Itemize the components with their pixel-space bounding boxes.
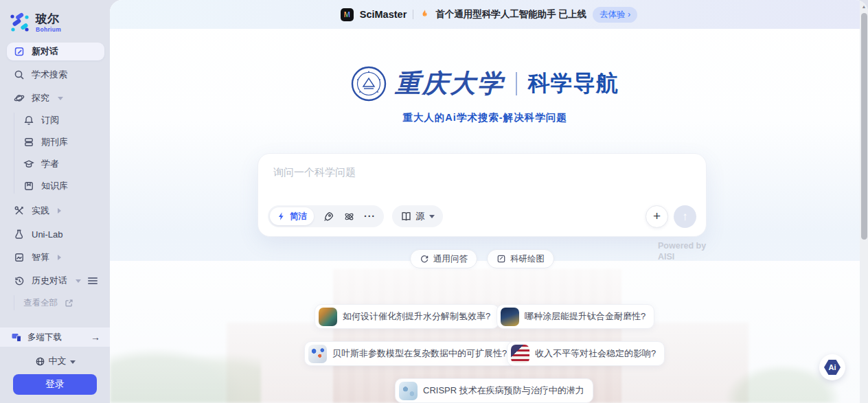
sidebar-item-label: 探究	[32, 92, 49, 104]
chevron-right-icon	[58, 208, 61, 214]
graduation-cap-icon	[23, 159, 34, 170]
bell-icon	[23, 115, 34, 126]
sidebar-item-subscribe[interactable]: 订阅	[16, 113, 104, 128]
hero-divider	[516, 72, 517, 95]
tools-icon	[14, 205, 25, 216]
search-toolbar: 简洁 ··· 源 + ↑	[268, 205, 696, 228]
banner-message: 首个通用型科学人工智能助手 已上线	[435, 8, 586, 21]
toolbar-right: + ↑	[646, 205, 696, 228]
language-label: 中文	[49, 355, 67, 367]
devices-icon	[11, 332, 22, 343]
mode-group: 简洁 ···	[268, 205, 384, 227]
question-input[interactable]	[266, 159, 698, 199]
general-qa-button[interactable]: 通用问答	[410, 249, 477, 268]
suggestion-chip[interactable]: 如何设计催化剂提升水分解制氢效率?	[315, 304, 499, 329]
sidebar-item-knowledge-base[interactable]: 知识库	[16, 179, 104, 194]
scroll-up-icon[interactable]: ▲	[861, 4, 867, 9]
try-now-button[interactable]: 去体验 ›	[593, 7, 637, 23]
refresh-icon	[420, 254, 429, 264]
sidebar-item-smart-compute[interactable]: 智算	[7, 249, 104, 266]
sidebar-item-journals[interactable]: 期刊库	[16, 135, 104, 150]
sidebar-item-new-chat[interactable]: 新对话	[7, 43, 104, 60]
suggestion-label: 如何设计催化剂提升水分解制氢效率?	[343, 310, 490, 323]
app-root: 玻尔 Bohrium 新对话 学术搜索 探究 订阅	[0, 0, 868, 403]
brand-name: 玻尔	[36, 13, 61, 25]
banner-divider	[413, 10, 413, 19]
arrow-right-icon: →	[91, 332, 100, 343]
bookmark-box-icon	[23, 181, 34, 192]
collapse-history-icon[interactable]	[88, 277, 98, 284]
scimaster-brand: SciMaster	[360, 9, 407, 20]
attach-button[interactable]: +	[646, 205, 668, 228]
scrollbar-thumb[interactable]	[861, 13, 867, 240]
suggestion-label: 哪种涂层能提升钛合金耐磨性?	[525, 310, 646, 323]
ai-hexagon-icon: Ai	[824, 360, 841, 375]
sidebar-item-label: 知识库	[41, 180, 68, 192]
sidebar-item-explore[interactable]: 探究	[7, 89, 104, 107]
suggestion-label: 收入不平等对社会稳定的影响?	[535, 347, 656, 360]
send-button[interactable]: ↑	[674, 205, 696, 228]
sci-drawing-button[interactable]: 科研绘图	[487, 249, 554, 268]
scimaster-logo-icon: M	[341, 8, 354, 21]
view-all-link[interactable]: 查看全部	[16, 295, 104, 310]
sidebar-item-label: 订阅	[41, 114, 59, 126]
login-button[interactable]: 登录	[13, 374, 97, 395]
history-subgroup: 查看全部	[14, 295, 110, 310]
suggestion-label: 贝叶斯非参数模型在复杂数据中的可扩展性?	[332, 347, 507, 360]
sidebar-item-unilab[interactable]: Uni-Lab	[7, 225, 104, 243]
general-qa-label: 通用问答	[433, 253, 468, 265]
suggestion-chip[interactable]: 收入不平等对社会稳定的影响?	[507, 341, 665, 366]
chevron-down-icon	[76, 279, 81, 283]
flame-icon	[420, 9, 429, 20]
sidebar-item-label: 历史对话	[32, 275, 67, 287]
catalysis-thumbnail-icon	[319, 308, 337, 326]
source-label: 源	[415, 210, 424, 222]
sidebar-item-history[interactable]: 历史对话	[7, 272, 104, 290]
rocket-icon[interactable]	[323, 211, 334, 222]
hero-section: 重庆大学 科学导航 重大人的Ai学术搜索-解决科学问题	[110, 66, 860, 124]
scrollbar[interactable]: ▲	[860, 0, 868, 403]
brand-text: 玻尔 Bohrium	[36, 13, 61, 33]
concise-mode-button[interactable]: 简洁	[270, 207, 314, 225]
powered-by: Powered by AISI	[658, 241, 706, 262]
bohrium-logo-icon	[10, 12, 30, 33]
chevron-down-icon	[429, 215, 435, 218]
language-selector[interactable]: 中文	[0, 354, 110, 369]
search-card: 简洁 ··· 源 + ↑	[258, 153, 707, 237]
planet-icon	[14, 93, 25, 104]
suggestion-chip[interactable]: 哪种涂层能提升钛合金耐磨性?	[496, 304, 654, 329]
university-seal-icon	[351, 66, 387, 102]
concise-mode-label: 简洁	[290, 211, 307, 222]
atom-icon[interactable]	[343, 211, 355, 222]
suggestion-label: CRISPR 技术在疾病预防与治疗中的潜力	[423, 384, 584, 397]
download-label: 多端下载	[27, 332, 62, 343]
flag-thumbnail-icon	[511, 345, 529, 363]
sidebar-item-label: 学术搜索	[32, 69, 67, 81]
suggestion-chip[interactable]: 贝叶斯非参数模型在复杂数据中的可扩展性?	[304, 341, 516, 366]
brand-logo[interactable]: 玻尔 Bohrium	[10, 12, 110, 33]
sidebar-item-label: 新对话	[32, 45, 58, 58]
multi-device-download[interactable]: 多端下载 →	[0, 327, 110, 347]
sidebar-item-label: Uni-Lab	[32, 229, 63, 240]
powered-line2: AISI	[658, 252, 706, 263]
sidebar-item-academic-search[interactable]: 学术搜索	[7, 66, 104, 84]
external-link-icon	[65, 299, 73, 308]
sidebar-item-practice[interactable]: 实践	[7, 202, 104, 220]
clock-history-icon	[14, 275, 25, 286]
chevron-down-icon	[58, 97, 63, 100]
more-options-icon[interactable]: ···	[364, 211, 376, 222]
sidebar-bottom: 多端下载 → 中文 登录	[0, 327, 110, 403]
journal-stack-icon	[23, 137, 34, 148]
source-selector[interactable]: 源	[392, 205, 443, 227]
crispr-thumbnail-icon	[399, 382, 418, 400]
sidebar-item-label: 学者	[41, 158, 59, 170]
quick-actions: 通用问答 科研绘图	[258, 249, 707, 268]
new-chat-icon	[14, 46, 25, 57]
sidebar-item-scholars[interactable]: 学者	[16, 157, 104, 172]
globe-icon	[35, 356, 45, 367]
explore-subgroup: 订阅 期刊库 学者 知识库	[14, 113, 110, 194]
suggestion-chip[interactable]: CRISPR 技术在疾病预防与治疗中的潜力	[395, 378, 593, 403]
chevron-right-icon	[58, 255, 61, 260]
hero-logo-row: 重庆大学 科学导航	[110, 66, 860, 102]
ai-assistant-button[interactable]: Ai	[819, 354, 845, 380]
